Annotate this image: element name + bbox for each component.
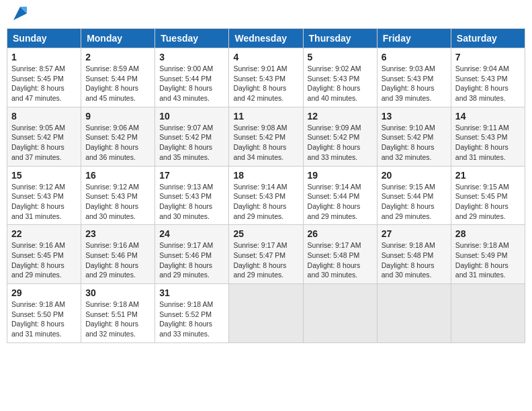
day-number: 4 [233, 52, 298, 62]
calendar-table: Sunday Monday Tuesday Wednesday Thursday… [7, 28, 525, 343]
table-row: 19 Sunrise: 9:14 AMSunset: 5:44 PMDaylig… [303, 166, 377, 225]
day-sunrise: Sunrise: 9:06 AMSunset: 5:42 PMDaylight:… [85, 124, 139, 161]
table-row: 4 Sunrise: 9:01 AMSunset: 5:43 PMDayligh… [229, 48, 303, 107]
day-number: 8 [11, 111, 77, 122]
day-sunrise: Sunrise: 9:07 AMSunset: 5:42 PMDaylight:… [159, 124, 213, 161]
calendar-week-row: 1 Sunrise: 8:57 AMSunset: 5:45 PMDayligh… [7, 48, 525, 107]
table-row: 26 Sunrise: 9:17 AMSunset: 5:48 PMDaylig… [303, 225, 377, 284]
table-row: 23 Sunrise: 9:16 AMSunset: 5:46 PMDaylig… [81, 225, 155, 284]
table-row: 10 Sunrise: 9:07 AMSunset: 5:42 PMDaylig… [155, 107, 229, 166]
table-row: 29 Sunrise: 9:18 AMSunset: 5:50 PMDaylig… [7, 284, 81, 343]
table-row: 18 Sunrise: 9:14 AMSunset: 5:43 PMDaylig… [229, 166, 303, 225]
table-row: 7 Sunrise: 9:04 AMSunset: 5:43 PMDayligh… [451, 48, 525, 107]
table-row: 25 Sunrise: 9:17 AMSunset: 5:47 PMDaylig… [229, 225, 303, 284]
day-number: 31 [159, 287, 224, 298]
day-sunrise: Sunrise: 9:14 AMSunset: 5:43 PMDaylight:… [233, 183, 287, 220]
day-number: 3 [159, 52, 224, 62]
day-sunrise: Sunrise: 8:59 AMSunset: 5:44 PMDaylight:… [85, 64, 139, 102]
day-number: 27 [382, 228, 447, 239]
calendar-week-row: 22 Sunrise: 9:16 AMSunset: 5:45 PMDaylig… [7, 225, 525, 284]
day-number: 10 [159, 111, 224, 122]
calendar-week-row: 8 Sunrise: 9:05 AMSunset: 5:42 PMDayligh… [7, 107, 525, 166]
day-sunrise: Sunrise: 9:13 AMSunset: 5:43 PMDaylight:… [159, 183, 213, 220]
table-row: 2 Sunrise: 8:59 AMSunset: 5:44 PMDayligh… [81, 48, 155, 107]
day-sunrise: Sunrise: 9:03 AMSunset: 5:43 PMDaylight:… [382, 64, 435, 102]
table-row: 13 Sunrise: 9:10 AMSunset: 5:42 PMDaylig… [377, 107, 451, 166]
day-sunrise: Sunrise: 9:14 AMSunset: 5:44 PMDaylight:… [308, 183, 361, 220]
day-sunrise: Sunrise: 9:17 AMSunset: 5:48 PMDaylight:… [308, 241, 361, 279]
day-number: 5 [308, 52, 373, 62]
day-number: 24 [159, 228, 224, 239]
day-number: 7 [455, 52, 521, 62]
day-sunrise: Sunrise: 9:16 AMSunset: 5:45 PMDaylight:… [11, 241, 65, 279]
table-row: 16 Sunrise: 9:12 AMSunset: 5:43 PMDaylig… [81, 166, 155, 225]
day-sunrise: Sunrise: 9:15 AMSunset: 5:44 PMDaylight:… [382, 183, 435, 220]
logo-icon [11, 4, 30, 23]
day-number: 18 [233, 170, 298, 181]
day-sunrise: Sunrise: 9:18 AMSunset: 5:51 PMDaylight:… [85, 300, 139, 338]
day-number: 16 [85, 170, 150, 181]
table-row: 5 Sunrise: 9:02 AMSunset: 5:43 PMDayligh… [303, 48, 377, 107]
day-number: 12 [308, 111, 373, 122]
day-sunrise: Sunrise: 9:12 AMSunset: 5:43 PMDaylight:… [85, 183, 139, 220]
table-row: 31 Sunrise: 9:18 AMSunset: 5:52 PMDaylig… [155, 284, 229, 343]
day-sunrise: Sunrise: 9:11 AMSunset: 5:43 PMDaylight:… [455, 124, 509, 161]
calendar-week-row: 15 Sunrise: 9:12 AMSunset: 5:43 PMDaylig… [7, 166, 525, 225]
day-number: 14 [455, 111, 521, 122]
day-number: 2 [85, 52, 150, 62]
page-header [7, 7, 525, 23]
table-row: 20 Sunrise: 9:15 AMSunset: 5:44 PMDaylig… [377, 166, 451, 225]
day-sunrise: Sunrise: 9:15 AMSunset: 5:45 PMDaylight:… [455, 183, 509, 220]
calendar-header-row: Sunday Monday Tuesday Wednesday Thursday… [7, 29, 525, 48]
day-number: 25 [233, 228, 298, 239]
day-sunrise: Sunrise: 9:18 AMSunset: 5:49 PMDaylight:… [455, 241, 509, 279]
logo [9, 7, 30, 23]
table-row: 9 Sunrise: 9:06 AMSunset: 5:42 PMDayligh… [81, 107, 155, 166]
day-sunrise: Sunrise: 9:10 AMSunset: 5:42 PMDaylight:… [382, 124, 435, 161]
day-number: 1 [11, 52, 77, 62]
col-tuesday: Tuesday [155, 29, 229, 48]
day-sunrise: Sunrise: 9:18 AMSunset: 5:52 PMDaylight:… [159, 300, 213, 338]
day-number: 26 [308, 228, 373, 239]
day-sunrise: Sunrise: 9:17 AMSunset: 5:47 PMDaylight:… [233, 241, 287, 279]
table-row: 8 Sunrise: 9:05 AMSunset: 5:42 PMDayligh… [7, 107, 81, 166]
table-row: 14 Sunrise: 9:11 AMSunset: 5:43 PMDaylig… [451, 107, 525, 166]
day-number: 11 [233, 111, 298, 122]
table-row: 22 Sunrise: 9:16 AMSunset: 5:45 PMDaylig… [7, 225, 81, 284]
table-row: 28 Sunrise: 9:18 AMSunset: 5:49 PMDaylig… [451, 225, 525, 284]
table-row: 3 Sunrise: 9:00 AMSunset: 5:44 PMDayligh… [155, 48, 229, 107]
day-sunrise: Sunrise: 9:02 AMSunset: 5:43 PMDaylight:… [308, 64, 361, 102]
day-sunrise: Sunrise: 9:00 AMSunset: 5:44 PMDaylight:… [159, 64, 213, 102]
day-sunrise: Sunrise: 9:16 AMSunset: 5:46 PMDaylight:… [85, 241, 139, 279]
day-number: 15 [11, 170, 77, 181]
table-row: 17 Sunrise: 9:13 AMSunset: 5:43 PMDaylig… [155, 166, 229, 225]
table-row: 24 Sunrise: 9:17 AMSunset: 5:46 PMDaylig… [155, 225, 229, 284]
day-number: 22 [11, 228, 77, 239]
day-sunrise: Sunrise: 9:18 AMSunset: 5:50 PMDaylight:… [11, 300, 65, 338]
table-row: 30 Sunrise: 9:18 AMSunset: 5:51 PMDaylig… [81, 284, 155, 343]
day-number: 30 [85, 287, 150, 298]
day-sunrise: Sunrise: 8:57 AMSunset: 5:45 PMDaylight:… [11, 64, 65, 102]
col-friday: Friday [377, 29, 451, 48]
col-wednesday: Wednesday [229, 29, 303, 48]
col-thursday: Thursday [303, 29, 377, 48]
calendar-week-row: 29 Sunrise: 9:18 AMSunset: 5:50 PMDaylig… [7, 284, 525, 343]
table-row: 6 Sunrise: 9:03 AMSunset: 5:43 PMDayligh… [377, 48, 451, 107]
day-number: 19 [308, 170, 373, 181]
day-number: 13 [382, 111, 447, 122]
table-row: 15 Sunrise: 9:12 AMSunset: 5:43 PMDaylig… [7, 166, 81, 225]
table-row [377, 284, 451, 343]
day-sunrise: Sunrise: 9:12 AMSunset: 5:43 PMDaylight:… [11, 183, 65, 220]
col-saturday: Saturday [451, 29, 525, 48]
day-number: 6 [382, 52, 447, 62]
day-number: 21 [455, 170, 521, 181]
col-monday: Monday [81, 29, 155, 48]
table-row [303, 284, 377, 343]
table-row: 27 Sunrise: 9:18 AMSunset: 5:48 PMDaylig… [377, 225, 451, 284]
day-number: 29 [11, 287, 77, 298]
table-row: 21 Sunrise: 9:15 AMSunset: 5:45 PMDaylig… [451, 166, 525, 225]
day-sunrise: Sunrise: 9:05 AMSunset: 5:42 PMDaylight:… [11, 124, 65, 161]
day-number: 17 [159, 170, 224, 181]
day-sunrise: Sunrise: 9:09 AMSunset: 5:42 PMDaylight:… [308, 124, 361, 161]
day-sunrise: Sunrise: 9:01 AMSunset: 5:43 PMDaylight:… [233, 64, 287, 102]
